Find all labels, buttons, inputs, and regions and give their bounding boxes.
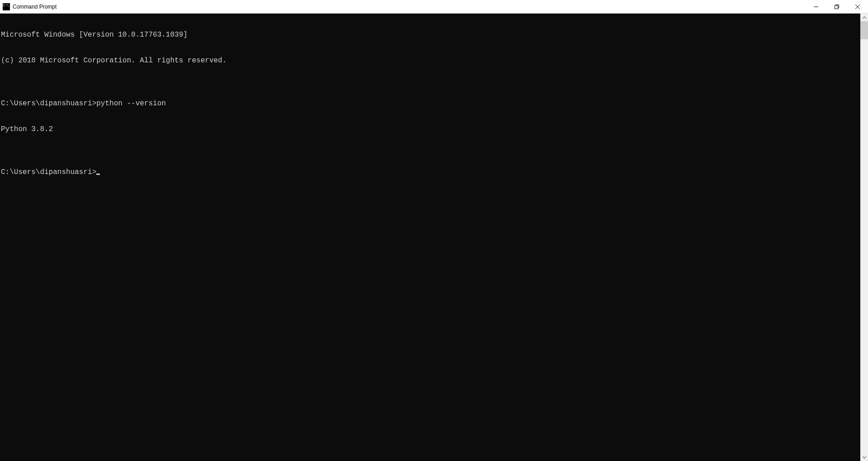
current-prompt-line: C:\Users\dipanshuasri> (1, 168, 859, 177)
terminal-output[interactable]: Microsoft Windows [Version 10.0.17763.10… (0, 14, 860, 461)
titlebar[interactable]: Command Prompt (0, 0, 868, 14)
app-title: Command Prompt (13, 4, 57, 10)
maximize-button[interactable] (826, 0, 847, 14)
close-icon (855, 5, 860, 9)
vertical-scrollbar[interactable] (860, 14, 868, 461)
chevron-up-icon (863, 16, 866, 19)
scroll-down-button[interactable] (860, 453, 868, 461)
terminal-line: Python 3.8.2 (1, 125, 859, 134)
chevron-down-icon (863, 456, 866, 459)
minimize-icon (814, 5, 818, 9)
close-button[interactable] (847, 0, 868, 14)
terminal-line: C:\Users\dipanshuasri>python --version (1, 99, 859, 108)
minimize-button[interactable] (806, 0, 826, 14)
command-prompt-icon (3, 3, 10, 10)
titlebar-left: Command Prompt (3, 3, 57, 10)
window-controls (806, 0, 868, 13)
maximize-icon (835, 5, 839, 9)
scroll-track[interactable] (860, 21, 868, 453)
scroll-thumb[interactable] (860, 21, 868, 39)
current-prompt: C:\Users\dipanshuasri> (1, 168, 96, 177)
terminal-wrapper: Microsoft Windows [Version 10.0.17763.10… (0, 14, 868, 461)
svg-rect-1 (835, 6, 838, 9)
terminal-line: Microsoft Windows [Version 10.0.17763.10… (1, 31, 859, 39)
terminal-line: (c) 2018 Microsoft Corporation. All righ… (1, 56, 859, 65)
cursor (96, 174, 100, 175)
scroll-up-button[interactable] (860, 14, 868, 21)
